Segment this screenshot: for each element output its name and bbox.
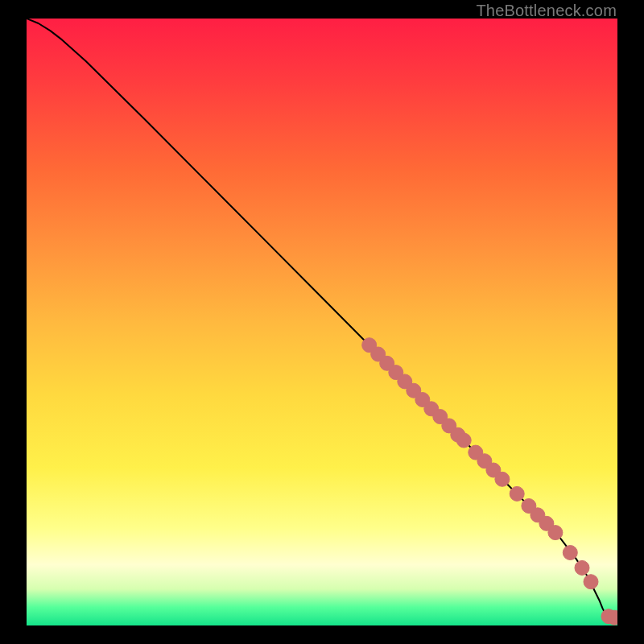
scatter-markers xyxy=(362,338,617,625)
scatter-point xyxy=(607,610,617,625)
scatter-point xyxy=(456,433,471,448)
scatter-point xyxy=(510,486,524,501)
watermark-text: TheBottleneck.com xyxy=(476,2,617,20)
scatter-point xyxy=(584,575,598,589)
curve-line xyxy=(27,19,617,618)
chart-stage: TheBottleneck.com xyxy=(0,0,644,644)
scatter-point xyxy=(575,560,589,575)
scatter-point xyxy=(548,526,563,540)
chart-svg xyxy=(27,19,617,625)
scatter-point xyxy=(563,546,577,560)
plot-area xyxy=(27,19,617,625)
scatter-point xyxy=(495,472,510,486)
